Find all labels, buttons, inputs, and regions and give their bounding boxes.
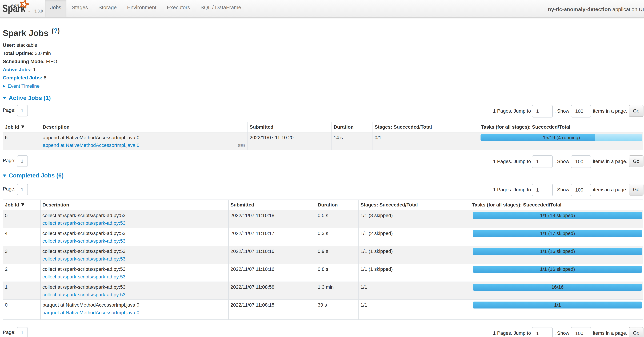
- svg-text:TM: TM: [28, 10, 30, 12]
